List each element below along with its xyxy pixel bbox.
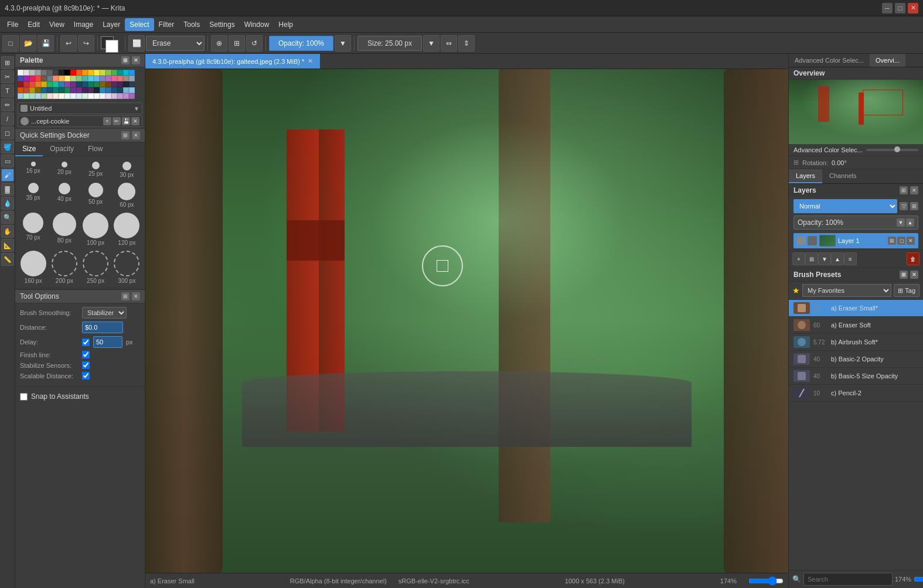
palette-cell[interactable] (41, 76, 47, 81)
palette-cell[interactable] (18, 76, 23, 81)
palette-cell[interactable] (70, 76, 76, 81)
tab-layers[interactable]: Layers (789, 169, 822, 183)
background-color[interactable] (105, 40, 118, 53)
palette-cell[interactable] (70, 87, 76, 93)
canvas-area[interactable] (145, 69, 788, 573)
brush-edit-icon[interactable]: ✏ (113, 117, 121, 125)
tool-assistants[interactable]: 📐 (1, 239, 14, 252)
brush-add-icon[interactable]: + (103, 117, 111, 125)
preset-item-basic5[interactable]: 40 b) Basic-5 Size Opacity (789, 368, 923, 385)
tool-brush[interactable]: 🖌 (1, 169, 14, 182)
layer-item-1[interactable]: Layer 1 ⊞ ◻ ✕ (793, 233, 918, 248)
brush-smoothing-dropdown[interactable]: Stabilizer (82, 307, 127, 319)
tool-text[interactable]: T (1, 84, 14, 97)
palette-cell[interactable] (100, 87, 105, 93)
preset-item-airbrush-soft[interactable]: 5.72 b) Airbrush Soft* (789, 334, 923, 351)
palette-cell[interactable] (41, 93, 47, 99)
palette-cell[interactable] (18, 81, 23, 87)
distance-input[interactable] (82, 322, 123, 333)
quick-settings-close-icon[interactable]: ✕ (132, 131, 140, 139)
layer-action-2[interactable]: ◻ (897, 237, 905, 245)
palette-cell[interactable] (105, 81, 111, 87)
close-button[interactable]: ✕ (908, 3, 918, 13)
new-document-button[interactable]: □ (2, 35, 19, 52)
brush-size-25[interactable]: 25 px (83, 162, 109, 178)
brush-size-50[interactable]: 50 px (83, 183, 109, 208)
canvas-tab[interactable]: 4.3.0-prealpha (git 8c9b10e): galteed.jp… (145, 54, 320, 69)
palette-cell[interactable] (88, 93, 94, 99)
preset-item-eraser-small[interactable]: 25 a) Eraser Small* (789, 300, 923, 317)
tab-overview[interactable]: Overvi... (870, 54, 905, 67)
palette-cell[interactable] (100, 93, 105, 99)
palette-cell[interactable] (129, 81, 135, 87)
palette-cell[interactable] (59, 76, 64, 81)
palette-cell[interactable] (82, 76, 88, 81)
move-layer-up-button[interactable]: ▲ (831, 252, 844, 265)
palette-cell[interactable] (76, 70, 82, 76)
layer-action-3[interactable]: ✕ (907, 237, 915, 245)
delete-layer-button[interactable]: 🗑 (907, 252, 919, 265)
save-button[interactable]: 💾 (38, 35, 54, 52)
palette-cell[interactable] (18, 87, 23, 93)
tab-opacity[interactable]: Opacity (43, 142, 81, 156)
erase-dropdown[interactable]: Erase (146, 36, 205, 51)
blend-options-icon[interactable]: ⊞ (910, 202, 918, 210)
palette-cell[interactable] (100, 76, 105, 81)
palette-cell[interactable] (64, 93, 70, 99)
brush-size-20[interactable]: 20 px (51, 162, 77, 178)
palette-cell[interactable] (29, 70, 35, 76)
eraser-checkbox[interactable]: ⬜ (128, 35, 145, 52)
palette-cell[interactable] (129, 70, 135, 76)
brush-delete-icon[interactable]: ✕ (131, 117, 139, 125)
palette-cell[interactable] (105, 76, 111, 81)
palette-cell[interactable] (82, 70, 88, 76)
overview-preview[interactable] (789, 80, 923, 144)
tool-measure[interactable]: 📏 (1, 253, 14, 266)
palette-cell[interactable] (129, 87, 135, 93)
palette-cell[interactable] (123, 93, 129, 99)
refresh-button[interactable]: ↺ (246, 35, 263, 52)
pattern-button[interactable]: ⊞ (229, 35, 245, 52)
palette-cell[interactable] (94, 81, 100, 87)
layers-settings-icon[interactable]: ⊞ (900, 186, 908, 194)
move-layer-down-button[interactable]: ▼ (818, 252, 831, 265)
palette-cell[interactable] (129, 93, 135, 99)
palette-cell[interactable] (123, 70, 129, 76)
add-layer-button[interactable]: + (792, 252, 805, 265)
palette-cell[interactable] (100, 70, 105, 76)
palette-cell[interactable] (111, 70, 117, 76)
palette-cell[interactable] (105, 70, 111, 76)
palette-cell[interactable] (82, 93, 88, 99)
palette-cell[interactable] (70, 81, 76, 87)
palette-cell[interactable] (117, 87, 123, 93)
canvas-tab-close-icon[interactable]: ✕ (308, 57, 313, 65)
palette-cell[interactable] (23, 87, 29, 93)
palette-cell[interactable] (47, 81, 53, 87)
menu-view[interactable]: View (45, 18, 69, 31)
palette-close-icon[interactable]: ✕ (132, 56, 140, 64)
brush-size-300[interactable]: 300 px (114, 251, 140, 284)
palette-cell[interactable] (88, 87, 94, 93)
opacity-down-button[interactable]: ▼ (335, 35, 351, 52)
palette-cell[interactable] (94, 76, 100, 81)
brush-size-120[interactable]: 120 px (114, 213, 140, 246)
presets-settings-icon[interactable]: ⊞ (900, 271, 908, 279)
palette-cell[interactable] (47, 87, 53, 93)
presets-close-icon[interactable]: ✕ (910, 271, 918, 279)
preset-item-eraser-soft[interactable]: 60 a) Eraser Soft (789, 317, 923, 334)
palette-cell[interactable] (23, 93, 29, 99)
palette-cell[interactable] (53, 87, 59, 93)
palette-cell[interactable] (111, 93, 117, 99)
size-control[interactable]: Size: 25.00 px (357, 36, 422, 51)
blend-filter-icon[interactable]: ▽ (900, 202, 908, 210)
brush-selector[interactable]: ...cept-cookie + ✏ 💾 ✕ (18, 115, 142, 127)
menu-filter[interactable]: Filter (154, 18, 179, 31)
palette-cell[interactable] (53, 81, 59, 87)
palette-cell[interactable] (47, 70, 53, 76)
palette-cell[interactable] (23, 70, 29, 76)
tab-flow[interactable]: Flow (81, 142, 110, 156)
tool-colorpick[interactable]: 💧 (1, 197, 14, 210)
palette-cell[interactable] (59, 81, 64, 87)
brush-size-40[interactable]: 40 px (51, 183, 77, 208)
size-down-button[interactable]: ▼ (423, 35, 440, 52)
